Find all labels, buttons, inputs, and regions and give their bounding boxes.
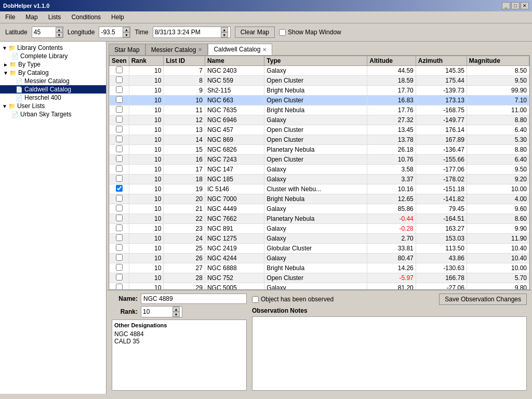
seen-checkbox[interactable] [116, 224, 123, 231]
table-row[interactable]: 10 19 IC 5146 Cluster with Nebu... 10.16… [110, 184, 529, 194]
save-obs-button[interactable]: Save Observation Changes [439, 294, 527, 305]
table-row[interactable]: 10 29 NGC 5005 Galaxy 81.20 -27.06 9.80 [110, 283, 529, 290]
sidebar-item-library-contents[interactable]: ▼ 📁 Library Contents [0, 44, 106, 52]
table-row[interactable]: 10 26 NGC 4244 Galaxy 80.47 43.86 10.40 [110, 254, 529, 263]
time-spinner[interactable]: ▲ ▼ [153, 26, 231, 38]
rank-up[interactable]: ▲ [172, 307, 180, 312]
table-row[interactable]: 10 18 NGC 185 Galaxy 3.37 -178.02 9.20 [110, 175, 529, 184]
seen-checkbox[interactable] [116, 66, 123, 73]
expand-bytype-icon[interactable]: ► [3, 62, 8, 68]
rank-spinner[interactable]: ▲ ▼ [141, 306, 182, 317]
close-button[interactable]: ✕ [521, 2, 529, 9]
seen-checkbox[interactable] [116, 155, 123, 162]
tab-caldwell[interactable]: Caldwell Catalog ✕ [208, 44, 272, 55]
sidebar-item-user-lists[interactable]: ▼ 📁 User Lists [0, 102, 106, 110]
seen-checkbox[interactable] [116, 116, 123, 123]
latitude-down[interactable]: ▼ [56, 32, 63, 37]
observed-checkbox[interactable] [252, 296, 259, 303]
table-row[interactable]: 10 25 NGC 2419 Globular Cluster 33.81 11… [110, 244, 529, 254]
col-altitude[interactable]: Altitude [367, 56, 416, 66]
observed-label[interactable]: Object has been observed [252, 296, 334, 303]
expand-bycatalog-icon[interactable]: ▼ [3, 70, 8, 76]
table-row[interactable]: 10 28 NGC 752 Open Cluster -5.97 166.78 … [110, 273, 529, 283]
sidebar-item-herschel[interactable]: 📄 Herschel 400 [0, 94, 106, 102]
tab-star-map[interactable]: Star Map [109, 44, 145, 55]
table-row[interactable]: 10 20 NGC 7000 Bright Nebula 12.65 -141.… [110, 194, 529, 204]
table-row[interactable]: 10 14 NGC 869 Open Cluster 13.78 167.89 … [110, 135, 529, 145]
table-row[interactable]: 10 17 NGC 147 Galaxy 3.58 -177.06 9.50 [110, 165, 529, 175]
seen-checkbox[interactable] [116, 195, 123, 202]
rank-input[interactable] [141, 307, 172, 317]
close-messier-icon[interactable]: ✕ [198, 47, 202, 52]
longitude-down[interactable]: ▼ [123, 32, 130, 37]
show-map-checkbox[interactable] [279, 29, 286, 36]
seen-checkbox[interactable] [116, 274, 123, 281]
latitude-input[interactable] [32, 27, 56, 37]
menu-map[interactable]: Map [22, 12, 41, 22]
seen-checkbox[interactable] [116, 244, 123, 251]
seen-checkbox[interactable] [116, 264, 123, 271]
seen-checkbox[interactable] [116, 96, 123, 103]
expand-userlists-icon[interactable]: ▼ [2, 103, 7, 109]
catalog-table-container[interactable]: Seen Rank List ID Name Type Altitude Azi… [109, 55, 530, 290]
table-row[interactable]: 10 15 NGC 6826 Planetary Nebula 26.18 -1… [110, 145, 529, 155]
table-row[interactable]: 10 13 NGC 457 Open Cluster 13.45 176.14 … [110, 125, 529, 135]
col-magnitude[interactable]: Magnitude [467, 56, 529, 66]
col-type[interactable]: Type [264, 56, 367, 66]
sidebar-item-by-catalog[interactable]: ▼ 📁 By Catalog [0, 69, 106, 77]
seen-checkbox[interactable] [116, 86, 123, 93]
table-row[interactable]: 10 22 NGC 7662 Planetary Nebula -0.44 -1… [110, 214, 529, 224]
col-rank[interactable]: Rank [129, 56, 164, 66]
sidebar-item-caldwell[interactable]: 📄 Caldwell Catalog [0, 85, 106, 94]
seen-checkbox[interactable] [116, 205, 123, 211]
expand-library-icon[interactable]: ▼ [2, 45, 7, 51]
rank-down[interactable]: ▼ [172, 312, 180, 317]
time-input[interactable] [153, 27, 221, 37]
window-controls[interactable]: _ □ ✕ [502, 2, 529, 9]
time-down[interactable]: ▼ [221, 32, 228, 37]
table-row[interactable]: 10 8 NGC 559 Open Cluster 18.59 175.44 9… [110, 76, 529, 86]
sidebar-item-by-type[interactable]: ► 📁 By Type [0, 60, 106, 69]
table-row[interactable]: 10 7 NGC 2403 Galaxy 44.59 145.35 8.50 [110, 66, 529, 76]
obs-notes-textarea[interactable] [252, 316, 527, 391]
col-name[interactable]: Name [205, 56, 264, 66]
seen-checkbox[interactable] [116, 284, 123, 290]
longitude-input[interactable] [99, 27, 123, 37]
latitude-up[interactable]: ▲ [56, 27, 63, 32]
seen-checkbox[interactable] [116, 215, 123, 221]
minimize-button[interactable]: _ [502, 2, 510, 9]
table-row[interactable]: 10 12 NGC 6946 Galaxy 27.32 -149.77 8.80 [110, 115, 529, 125]
table-row[interactable]: 10 10 NGC 663 Open Cluster 16.83 173.13 … [110, 96, 529, 105]
table-row[interactable]: 10 27 NGC 6888 Bright Nebula 14.26 -130.… [110, 263, 529, 273]
col-listid[interactable]: List ID [164, 56, 205, 66]
clear-map-button[interactable]: Clear Map [235, 26, 275, 38]
seen-checkbox[interactable] [116, 165, 123, 172]
menu-help[interactable]: Help [108, 12, 127, 22]
seen-checkbox[interactable] [116, 185, 123, 192]
time-up[interactable]: ▲ [221, 27, 228, 32]
close-caldwell-icon[interactable]: ✕ [262, 47, 267, 52]
seen-checkbox[interactable] [116, 136, 123, 142]
table-row[interactable]: 10 16 NGC 7243 Open Cluster 10.76 -155.6… [110, 155, 529, 165]
col-azimuth[interactable]: Azimuth [416, 56, 467, 66]
sidebar-item-urban-sky[interactable]: 📄 Urban Sky Targets [0, 110, 106, 118]
table-row[interactable]: 10 24 NGC 1275 Galaxy 2.70 153.03 11.90 [110, 234, 529, 244]
sidebar-item-complete-library[interactable]: 📄 Complete Library [0, 52, 106, 60]
table-row[interactable]: 10 9 Sh2-115 Bright Nebula 17.70 -139.73… [110, 86, 529, 96]
longitude-spinner[interactable]: ▲ ▼ [99, 26, 130, 38]
table-row[interactable]: 10 23 NGC 891 Galaxy -0.28 163.27 9.90 [110, 224, 529, 234]
longitude-up[interactable]: ▲ [123, 27, 130, 32]
table-row[interactable]: 10 11 NGC 7635 Bright Nebula 17.76 -168.… [110, 105, 529, 115]
table-row[interactable]: 10 21 NGC 4449 Galaxy 85.86 79.45 9.60 [110, 204, 529, 214]
seen-checkbox[interactable] [116, 254, 123, 261]
seen-checkbox[interactable] [116, 175, 123, 182]
col-seen[interactable]: Seen [110, 56, 129, 66]
seen-checkbox[interactable] [116, 76, 123, 83]
maximize-button[interactable]: □ [511, 2, 520, 9]
seen-checkbox[interactable] [116, 234, 123, 241]
menu-conditions[interactable]: Conditions [68, 12, 104, 22]
seen-checkbox[interactable] [116, 106, 123, 113]
sidebar-item-messier[interactable]: 📄 Messier Catalog [0, 77, 106, 85]
name-input[interactable] [141, 294, 247, 304]
seen-checkbox[interactable] [116, 145, 123, 152]
